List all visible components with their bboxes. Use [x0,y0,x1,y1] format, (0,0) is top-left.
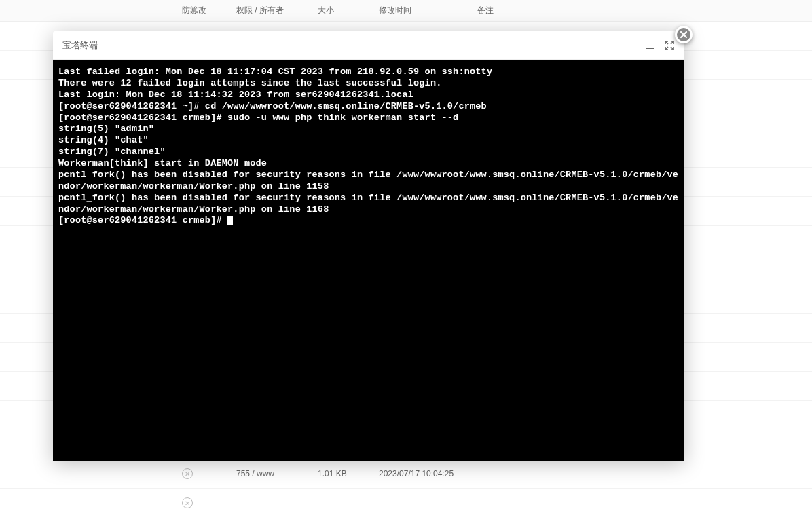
file-table-header: 防篡改 权限 / 所有者 大小 修改时间 备注 [0,0,812,22]
circle-x-icon: ✕ [182,468,193,479]
terminal-modal: 宝塔终端 Last failed login: Mon Dec 18 11:17… [53,31,684,461]
perm-cell: 755 / www [231,469,312,478]
tamper-toggle[interactable]: ✕ [177,468,231,479]
circle-x-icon: ✕ [182,497,193,508]
minimize-icon [645,40,656,51]
tamper-toggle[interactable]: ✕ [177,497,231,508]
col-note[interactable]: 备注 [472,5,553,16]
maximize-button[interactable] [664,40,675,51]
terminal-output[interactable]: Last failed login: Mon Dec 18 11:17:04 C… [53,60,684,461]
table-row[interactable]: ✕ [0,489,812,509]
modal-title: 宝塔终端 [62,39,98,52]
col-perm[interactable]: 权限 / 所有者 [231,5,312,16]
close-icon [679,30,688,39]
close-button[interactable] [675,26,693,43]
modal-controls [645,40,675,51]
minimize-button[interactable] [645,40,656,51]
time-cell: 2023/07/17 10:04:25 [373,469,472,478]
table-row[interactable]: ✕ 755 / www 1.01 KB 2023/07/17 10:04:25 [0,459,812,489]
modal-header[interactable]: 宝塔终端 [53,31,684,60]
size-cell: 1.01 KB [312,469,373,478]
expand-icon [664,40,675,51]
col-size[interactable]: 大小 [312,5,373,16]
col-mtime[interactable]: 修改时间 [373,5,472,16]
col-tamper[interactable]: 防篡改 [177,5,231,16]
